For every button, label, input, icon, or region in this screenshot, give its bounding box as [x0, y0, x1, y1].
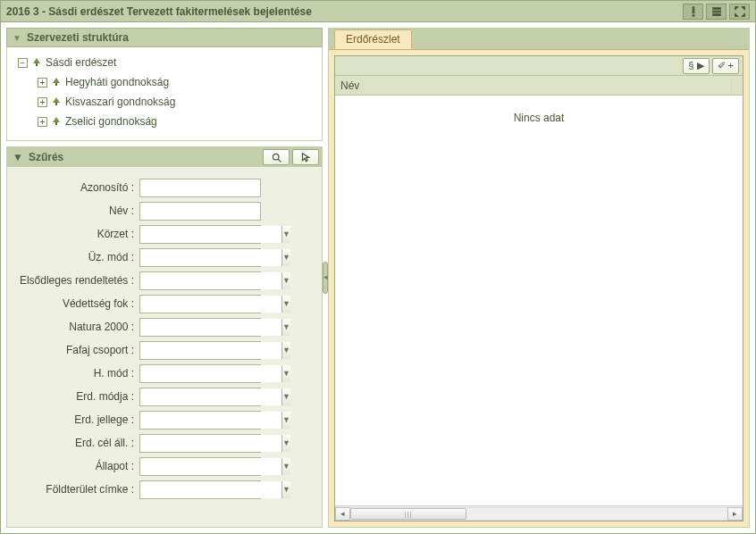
tree-child[interactable]: + Zselici gondnokság — [13, 112, 316, 131]
chevron-down-icon[interactable]: ▼ — [281, 481, 290, 498]
chevron-down-icon[interactable]: ▼ — [281, 458, 290, 475]
filter-row: Üz. mód :▼ — [13, 246, 295, 269]
collapse-icon[interactable]: ▼ — [13, 151, 23, 163]
chevron-down-icon[interactable]: ▼ — [281, 342, 290, 359]
chevron-down-icon[interactable]: ▼ — [281, 388, 290, 405]
svg-marker-11 — [53, 117, 60, 122]
filter-combo[interactable]: ▼ — [139, 225, 261, 244]
filter-combo-input[interactable] — [140, 319, 281, 336]
column-header-name[interactable]: Név — [340, 79, 732, 92]
chevron-down-icon[interactable]: ▼ — [281, 319, 290, 336]
svg-rect-2 — [712, 7, 720, 9]
tree-child-label: Kisvaszari gondnokság — [65, 96, 175, 108]
svg-rect-8 — [55, 83, 57, 86]
filter-combo-input[interactable] — [140, 412, 281, 429]
list-button[interactable] — [706, 4, 727, 20]
filter-input[interactable] — [139, 179, 261, 197]
filter-combo[interactable]: ▼ — [139, 388, 261, 406]
scroll-thumb[interactable]: ||| — [350, 508, 466, 520]
filter-combo-input[interactable] — [140, 365, 281, 382]
chevron-down-icon[interactable]: ▼ — [281, 226, 290, 243]
filter-combo-input[interactable] — [140, 296, 281, 313]
filter-combo[interactable]: ▼ — [139, 248, 261, 267]
scroll-track[interactable]: ||| — [350, 507, 727, 521]
expand-toggle[interactable]: + — [38, 78, 47, 88]
scroll-left-button[interactable]: ◂ — [335, 507, 350, 521]
filter-combo[interactable]: ▼ — [139, 411, 261, 430]
grid-header: Név — [335, 76, 743, 96]
filter-combo-input[interactable] — [140, 249, 281, 266]
filter-input[interactable] — [139, 202, 261, 221]
filter-label: Erd. cél áll. : — [13, 437, 139, 449]
filter-panel-header: ▼ Szűrés — [7, 147, 322, 167]
pointer-button[interactable] — [292, 149, 319, 165]
filter-panel: ▼ Szűrés Azonosító :Név :Körzet :▼Üz. mó… — [6, 146, 323, 528]
splitter-handle[interactable]: ◂ — [323, 262, 328, 294]
filter-label: Üz. mód : — [13, 251, 139, 263]
expand-toggle[interactable]: + — [38, 97, 47, 107]
alert-button[interactable] — [683, 4, 703, 20]
filter-label: Azonosító : — [13, 181, 139, 194]
filter-combo-input[interactable] — [140, 342, 281, 359]
filter-combo-input[interactable] — [140, 388, 281, 405]
chevron-down-icon[interactable]: ▼ — [281, 296, 290, 313]
grid-toolbar: § ▶ ✐ + — [335, 56, 743, 76]
org-panel-header[interactable]: ▼ Szervezeti struktúra — [6, 28, 323, 47]
filter-combo[interactable]: ▼ — [139, 434, 261, 453]
comment-add-button[interactable]: ✐ + — [712, 58, 739, 74]
svg-rect-6 — [36, 63, 38, 66]
svg-rect-1 — [693, 14, 694, 16]
window: 2016 3 - Sásdi erdészet Tervezett fakite… — [0, 0, 756, 534]
chevron-down-icon[interactable]: ▼ — [281, 249, 290, 266]
maximize-button[interactable] — [729, 4, 750, 20]
filter-label: Körzet : — [13, 228, 139, 240]
tree-root[interactable]: − Sásdi erdészet — [13, 53, 316, 72]
filter-row: Erd. cél áll. :▼ — [13, 431, 295, 455]
filter-combo[interactable]: ▼ — [139, 295, 261, 313]
search-button[interactable] — [263, 149, 290, 165]
tab-erdoreszlet[interactable]: Erdőrészlet — [334, 29, 412, 49]
filter-combo[interactable]: ▼ — [139, 364, 261, 383]
horizontal-scrollbar[interactable]: ◂ ||| ▸ — [335, 505, 743, 521]
titlebar-buttons — [683, 4, 750, 20]
filter-combo-input[interactable] — [140, 272, 281, 289]
grid: § ▶ ✐ + Név Nincs adat ◂ ||| — [334, 55, 743, 521]
scroll-right-button[interactable]: ▸ — [727, 507, 743, 521]
collapse-icon[interactable]: ▼ — [13, 33, 21, 43]
filter-combo[interactable]: ▼ — [139, 318, 261, 337]
chevron-down-icon[interactable]: ▼ — [281, 365, 290, 382]
forestry-icon — [51, 77, 62, 88]
titlebar: 2016 3 - Sásdi erdészet Tervezett fakite… — [1, 1, 755, 22]
filter-row: Natura 2000 :▼ — [13, 315, 295, 338]
chevron-down-icon[interactable]: ▼ — [281, 272, 290, 289]
right-pane: Erdőrészlet § ▶ ✐ + Név Nincs adat — [328, 28, 750, 528]
filter-label: Név : — [13, 204, 139, 217]
chevron-down-icon[interactable]: ▼ — [281, 412, 290, 429]
tree-child[interactable]: + Hegyháti gondnokság — [13, 72, 316, 92]
chevron-down-icon[interactable]: ▼ — [281, 435, 290, 452]
org-panel-title: Szervezeti struktúra — [27, 31, 129, 44]
content: ▼ Szervezeti struktúra − Sásdi erdészet … — [1, 22, 755, 533]
filter-combo-input[interactable] — [140, 458, 281, 475]
filter-combo-input[interactable] — [140, 435, 281, 452]
expand-toggle[interactable]: + — [38, 117, 47, 127]
filter-row: Erd. jellege :▼ — [13, 408, 295, 431]
tree-child[interactable]: + Kisvaszari gondnokság — [13, 92, 316, 112]
filter-combo-input[interactable] — [140, 481, 281, 498]
filter-combo[interactable]: ▼ — [139, 457, 261, 476]
splitter[interactable]: ◂ — [323, 28, 328, 528]
section-play-button[interactable]: § ▶ — [683, 58, 709, 74]
svg-marker-7 — [53, 78, 60, 83]
filter-combo[interactable]: ▼ — [139, 271, 261, 290]
filter-row: Név : — [13, 199, 295, 222]
filter-combo[interactable]: ▼ — [139, 341, 261, 360]
forestry-icon — [51, 116, 62, 127]
filter-body: Azonosító :Név :Körzet :▼Üz. mód :▼Elsőd… — [7, 167, 322, 527]
filter-combo-input[interactable] — [140, 226, 281, 243]
expand-toggle[interactable]: − — [18, 58, 28, 68]
filter-combo[interactable]: ▼ — [139, 480, 261, 499]
grid-empty-text: Nincs adat — [514, 112, 565, 124]
svg-rect-10 — [55, 103, 57, 105]
forestry-icon — [51, 96, 62, 107]
filter-panel-title: Szűrés — [29, 151, 63, 163]
